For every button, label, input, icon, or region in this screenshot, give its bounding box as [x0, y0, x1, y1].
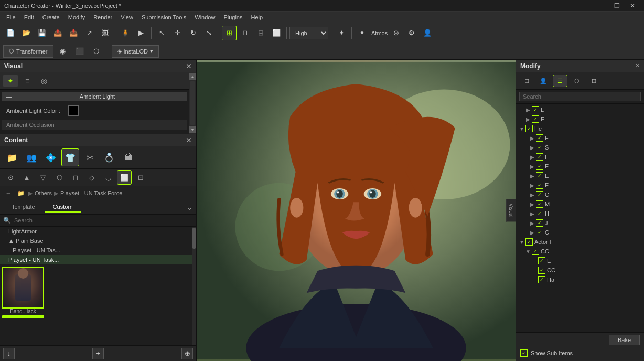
visual-close-button[interactable]: ✕: [186, 62, 192, 70]
clothing-icon-btn[interactable]: 👕: [61, 148, 79, 166]
menu-create[interactable]: Create: [38, 12, 64, 23]
checkbox-he[interactable]: [525, 125, 533, 132]
checkbox-j[interactable]: [536, 219, 543, 227]
profile-btn[interactable]: 👤: [420, 26, 435, 40]
import-btn[interactable]: 📥: [66, 26, 81, 40]
move-btn[interactable]: ✛: [170, 26, 185, 40]
modify-search-input[interactable]: [519, 92, 641, 101]
ambient-color-swatch[interactable]: [68, 105, 79, 116]
tree-item-cc[interactable]: ▼ CC: [516, 247, 644, 256]
manage-btn[interactable]: ⊕: [181, 348, 193, 359]
skin-weight-btn[interactable]: ⬛: [72, 44, 87, 59]
render-btn[interactable]: ⊛: [389, 26, 403, 40]
tree-item-ha[interactable]: Ha: [516, 275, 644, 284]
checkbox-cc[interactable]: [532, 248, 539, 255]
rotate-btn[interactable]: ↻: [186, 26, 200, 40]
checkbox-cc2[interactable]: [538, 267, 545, 274]
checkbox-h[interactable]: [536, 210, 543, 217]
new-btn[interactable]: 📄: [3, 26, 18, 40]
modify-tab-sliders[interactable]: ⊟: [519, 75, 534, 87]
breadcrumb-playset[interactable]: Playset - UN Task Force: [60, 190, 122, 196]
bottom-icon-btn[interactable]: ▽: [36, 170, 50, 185]
modify-tab-texture[interactable]: ⬡: [570, 75, 584, 87]
expander-e3[interactable]: ▶: [529, 182, 536, 189]
transformer-btn[interactable]: ⬡ Transformer: [3, 45, 53, 58]
list-item-playset2[interactable]: Playset - UN Task...: [0, 255, 192, 264]
expander-f2[interactable]: ▶: [529, 134, 536, 142]
top-icon-btn[interactable]: ▲: [19, 170, 34, 185]
menu-render[interactable]: Render: [89, 12, 116, 23]
morph-icon-btn[interactable]: 💠: [42, 148, 60, 166]
tree-item-s[interactable]: ▶ S: [516, 143, 644, 152]
checkbox-f3[interactable]: [536, 153, 543, 161]
checkbox-e1[interactable]: [536, 163, 543, 170]
ground-btn[interactable]: ⊓: [238, 26, 252, 40]
open-btn[interactable]: 📂: [19, 26, 34, 40]
checkbox-e2[interactable]: [536, 172, 543, 179]
visual-tab-circle[interactable]: ◎: [37, 75, 51, 87]
expander-f3[interactable]: ▶: [529, 153, 536, 161]
menu-view[interactable]: View: [116, 12, 137, 23]
maximize-button[interactable]: ❐: [609, 0, 624, 12]
show-sub-items-checkbox[interactable]: [520, 349, 528, 357]
checkbox-s[interactable]: [536, 144, 543, 151]
hair-icon-btn[interactable]: ✂: [81, 148, 99, 166]
checkbox-m[interactable]: [536, 200, 543, 208]
extra-icon-btn[interactable]: ⊡: [133, 170, 148, 185]
menu-file[interactable]: File: [2, 12, 20, 23]
list-item-lightarmor[interactable]: LightArmor: [0, 227, 192, 236]
scroll-down-btn[interactable]: ▼: [189, 126, 196, 133]
modify-tab-grid[interactable]: ⊞: [586, 75, 601, 87]
instalod-btn[interactable]: ◈ InstaLOD ▾: [112, 45, 159, 58]
expander-h[interactable]: ▶: [529, 210, 536, 217]
content-close-button[interactable]: ✕: [186, 136, 192, 144]
tree-item-e2[interactable]: ▶ E: [516, 171, 644, 181]
menu-window[interactable]: Window: [190, 12, 219, 23]
visual-tab-layers[interactable]: ≡: [20, 75, 35, 87]
menu-plugins[interactable]: Plugins: [219, 12, 246, 23]
list-item-playset1[interactable]: Playset - UN Tas...: [0, 246, 192, 255]
accessories-icon-btn[interactable]: 💍: [100, 148, 118, 166]
checkbox-f2[interactable]: [536, 134, 543, 142]
add-btn[interactable]: +: [92, 348, 104, 359]
close-button[interactable]: ✕: [625, 0, 640, 12]
grid-btn[interactable]: ⊞: [222, 26, 237, 40]
motion-btn[interactable]: ▶: [134, 26, 148, 40]
settings-btn[interactable]: ⚙: [404, 26, 419, 40]
pose-btn[interactable]: 🧍: [118, 26, 133, 40]
expander-cc[interactable]: ▼: [524, 248, 532, 255]
ambient-light-header[interactable]: — Ambient Light: [2, 92, 187, 101]
modify-tab-person[interactable]: 👤: [536, 75, 551, 87]
skin-btn[interactable]: ✦: [355, 26, 369, 40]
modify-close-btn[interactable]: ✕: [635, 62, 640, 69]
grid-thumb-bandlack[interactable]: [2, 267, 44, 309]
checkbox-l[interactable]: [532, 106, 539, 113]
expander-c[interactable]: ▶: [529, 191, 536, 198]
tree-item-e-sub[interactable]: E: [516, 256, 644, 266]
body-icon-btn[interactable]: ⊙: [3, 170, 18, 185]
tab-custom[interactable]: Custom: [45, 202, 81, 213]
expander-actorf[interactable]: ▼: [518, 238, 525, 246]
checkbox-ha[interactable]: [538, 276, 545, 283]
tree-item-h[interactable]: ▶ H: [516, 209, 644, 218]
characters-icon-btn[interactable]: 👥: [23, 148, 40, 166]
tab-template[interactable]: Template: [3, 202, 44, 213]
floor-btn[interactable]: ⊟: [253, 26, 268, 40]
shoe-icon-btn[interactable]: ⊓: [68, 170, 83, 185]
checkbox-e3[interactable]: [536, 182, 543, 189]
tree-item-actorf[interactable]: ▼ Actor F: [516, 237, 644, 247]
mesh-btn[interactable]: ⬡: [89, 44, 104, 59]
quality-dropdown[interactable]: High Medium Low: [289, 27, 328, 39]
menu-modify[interactable]: Modify: [64, 12, 89, 23]
ambient-occlusion-header[interactable]: Ambient Occlusion: [2, 120, 187, 130]
tree-item-c2[interactable]: ▶ C: [516, 228, 644, 237]
grid-item-bandlack[interactable]: Band...lack: [2, 267, 44, 318]
tree-item-j[interactable]: ▶ J: [516, 218, 644, 228]
save-btn[interactable]: 💾: [35, 26, 49, 40]
checkbox-e-sub[interactable]: [538, 257, 545, 264]
full-icon-btn[interactable]: ⬡: [52, 170, 67, 185]
tree-item-l[interactable]: ▶ L: [516, 105, 644, 114]
scene-icon-btn[interactable]: 🏔: [120, 148, 137, 166]
tree-item-he[interactable]: ▼ He: [516, 124, 644, 133]
tab-expand-btn[interactable]: ⌄: [187, 203, 193, 211]
